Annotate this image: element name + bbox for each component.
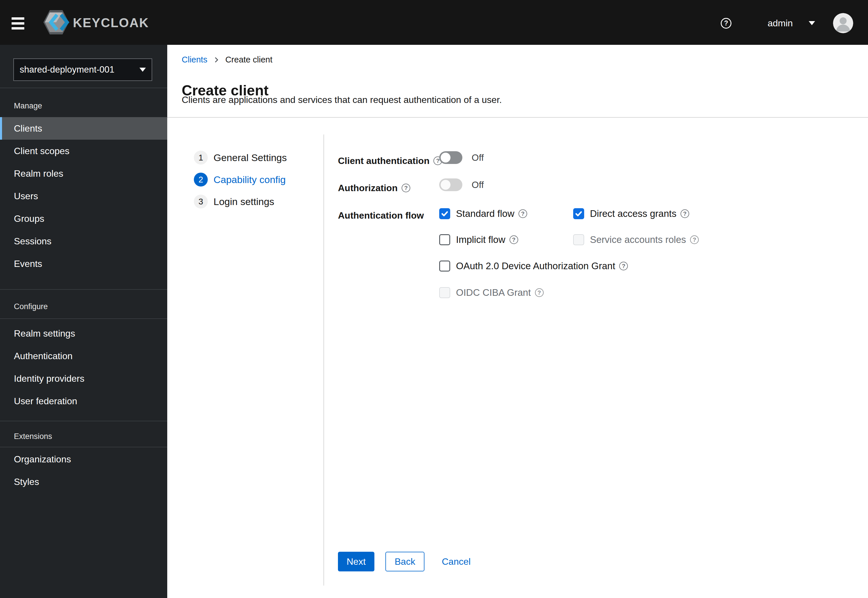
user-menu[interactable]: admin bbox=[768, 17, 815, 30]
toggle-knob bbox=[441, 180, 450, 190]
authorization-toggle bbox=[439, 178, 462, 191]
sidebar-item-groups[interactable]: Groups bbox=[0, 207, 167, 230]
help-icon[interactable]: ? bbox=[509, 235, 518, 244]
option-standard-flow: Standard flow ? bbox=[439, 207, 527, 220]
chevron-down-icon bbox=[809, 21, 815, 25]
keycloak-hexagon-icon bbox=[43, 9, 69, 36]
sidebar-item-realm-roles[interactable]: Realm roles bbox=[0, 162, 167, 185]
option-oauth-device-grant: OAuth 2.0 Device Authorization Grant ? bbox=[439, 260, 628, 272]
client-authentication-toggle[interactable] bbox=[439, 151, 462, 164]
implicit-flow-checkbox[interactable] bbox=[439, 234, 450, 245]
sidebar-item-realm-settings[interactable]: Realm settings bbox=[0, 322, 167, 345]
page-subtitle: Clients are applications and services th… bbox=[182, 94, 502, 105]
nav-group-manage: Clients Client scopes Realm roles Users … bbox=[0, 117, 167, 275]
step-number: 1 bbox=[194, 151, 208, 164]
chevron-right-icon bbox=[214, 56, 218, 63]
divider bbox=[167, 117, 868, 118]
sidebar-item-sessions[interactable]: Sessions bbox=[0, 230, 167, 253]
oauth-device-authorization-grant-checkbox[interactable] bbox=[439, 260, 450, 272]
step-label: Login settings bbox=[214, 196, 274, 207]
nav-section-configure: Configure bbox=[14, 302, 48, 311]
help-icon[interactable]: ? bbox=[518, 209, 527, 218]
help-icon[interactable]: ? bbox=[402, 184, 410, 192]
sidebar-item-organizations[interactable]: Organizations bbox=[0, 448, 167, 471]
authentication-flow-label: Authentication flow bbox=[338, 209, 424, 222]
nav-group-configure: Realm settings Authentication Identity p… bbox=[0, 322, 167, 413]
sidebar-item-clients[interactable]: Clients bbox=[0, 117, 167, 140]
step-label: Capability config bbox=[214, 174, 286, 185]
wizard-step-capability-config[interactable]: 2 Capability config bbox=[194, 173, 286, 187]
step-number: 3 bbox=[194, 194, 208, 208]
option-implicit-flow: Implicit flow ? bbox=[439, 233, 518, 246]
standard-flow-checkbox[interactable] bbox=[439, 208, 450, 219]
breadcrumb-current: Create client bbox=[225, 55, 272, 64]
divider bbox=[0, 318, 167, 319]
sidebar-item-client-scopes[interactable]: Client scopes bbox=[0, 140, 167, 162]
wizard-step-login-settings[interactable]: 3 Login settings bbox=[194, 194, 274, 208]
client-authentication-label: Client authentication ? bbox=[338, 154, 442, 167]
divider bbox=[0, 447, 167, 447]
nav-group-extensions: Organizations Styles bbox=[0, 448, 167, 493]
step-label: General Settings bbox=[214, 152, 287, 163]
realm-selector[interactable]: shared-deployment-001 bbox=[13, 58, 152, 81]
sidebar: shared-deployment-001 Manage Clients Cli… bbox=[0, 45, 167, 598]
option-service-accounts-roles: Service accounts roles ? bbox=[573, 233, 699, 246]
help-icon[interactable]: ? bbox=[535, 288, 544, 297]
wizard-divider bbox=[323, 135, 324, 586]
help-icon[interactable]: ? bbox=[681, 209, 689, 218]
sidebar-item-events[interactable]: Events bbox=[0, 253, 167, 275]
help-icon[interactable]: ? bbox=[619, 262, 628, 271]
cancel-button[interactable]: Cancel bbox=[442, 552, 471, 571]
username: admin bbox=[768, 18, 793, 28]
masthead: KEYCLOAK ? admin bbox=[0, 0, 868, 45]
breadcrumb-clients-link[interactable]: Clients bbox=[182, 55, 208, 64]
option-direct-access-grants: Direct access grants ? bbox=[573, 207, 689, 220]
authorization-label: Authorization ? bbox=[338, 182, 410, 194]
help-icon[interactable]: ? bbox=[690, 235, 699, 244]
help-icon[interactable]: ? bbox=[721, 18, 732, 28]
sidebar-item-styles[interactable]: Styles bbox=[0, 471, 167, 493]
sidebar-item-users[interactable]: Users bbox=[0, 185, 167, 207]
avatar[interactable] bbox=[833, 13, 853, 33]
service-accounts-roles-checkbox bbox=[573, 234, 584, 245]
keycloak-logo: KEYCLOAK bbox=[43, 9, 149, 36]
divider bbox=[0, 88, 167, 88]
sidebar-item-authentication[interactable]: Authentication bbox=[0, 345, 167, 367]
back-button[interactable]: Back bbox=[385, 552, 425, 571]
next-button[interactable]: Next bbox=[338, 552, 374, 571]
breadcrumb: Clients Create client bbox=[182, 55, 272, 64]
sidebar-item-user-federation[interactable]: User federation bbox=[0, 390, 167, 413]
nav-section-extensions: Extensions bbox=[14, 432, 52, 441]
brand-wordmark: KEYCLOAK bbox=[73, 16, 149, 30]
divider bbox=[0, 421, 167, 421]
option-oidc-ciba-grant: OIDC CIBA Grant ? bbox=[439, 286, 544, 299]
current-realm: shared-deployment-001 bbox=[19, 64, 139, 75]
authorization-state: Off bbox=[471, 178, 484, 191]
nav-toggle-hamburger-icon[interactable] bbox=[12, 17, 24, 30]
client-authentication-state: Off bbox=[471, 151, 484, 164]
nav-section-manage: Manage bbox=[14, 101, 42, 111]
sidebar-item-identity-providers[interactable]: Identity providers bbox=[0, 367, 167, 390]
chevron-down-icon bbox=[139, 68, 146, 72]
step-number: 2 bbox=[194, 173, 208, 187]
wizard-step-general-settings[interactable]: 1 General Settings bbox=[194, 151, 287, 164]
direct-access-grants-checkbox[interactable] bbox=[573, 208, 584, 219]
oidc-ciba-grant-checkbox bbox=[439, 287, 450, 298]
divider bbox=[0, 289, 167, 290]
keycloak-admin-console: KEYCLOAK ? admin shared-deployment-001 M… bbox=[0, 0, 868, 598]
toggle-knob bbox=[441, 152, 450, 163]
